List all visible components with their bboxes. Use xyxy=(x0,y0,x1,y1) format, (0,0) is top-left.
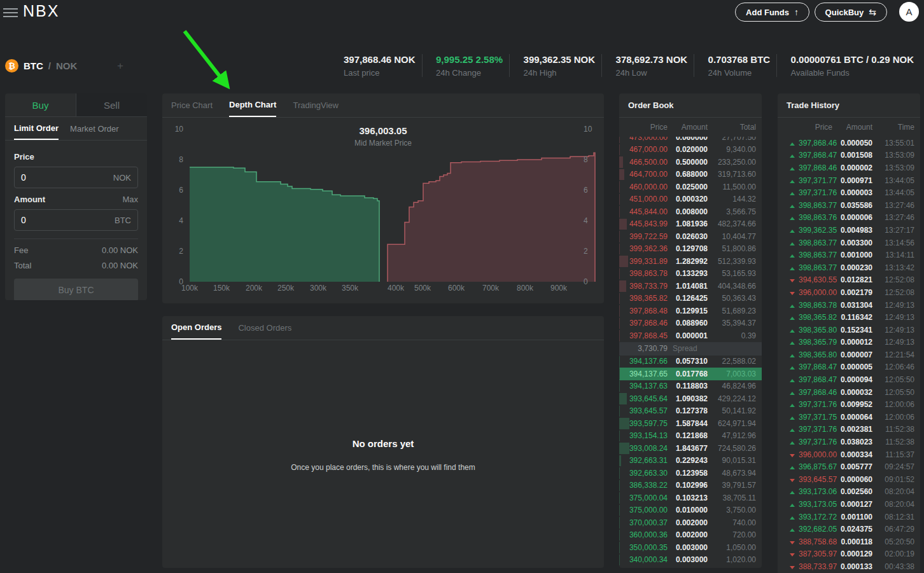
order-book-row[interactable]: 397,868.480.12991551,689.23 xyxy=(619,305,762,317)
depth-bar xyxy=(619,368,620,380)
book-total: 46,824.96 xyxy=(708,382,756,390)
price-input[interactable]: 0 NOK xyxy=(14,167,138,188)
order-book-row[interactable]: 398,863.780.13329353,165.93 xyxy=(619,268,762,280)
order-book-row[interactable]: 375,000.040.10321338,705.11 xyxy=(619,492,762,504)
order-book-row[interactable]: 370,000.370.002000740.00 xyxy=(619,516,762,529)
trade-up-icon xyxy=(782,500,799,509)
trade-up-icon xyxy=(782,375,799,384)
depth-bar xyxy=(619,231,620,242)
order-book-row[interactable]: 460,000.000.02500011,500.00 xyxy=(619,181,762,193)
order-book-row[interactable]: 393,645.641.090382429,224.12 xyxy=(619,392,762,405)
add-funds-button[interactable]: Add Funds ↑ xyxy=(735,3,809,22)
asks-area xyxy=(388,153,595,282)
trade-price: 399,362.35 xyxy=(799,226,832,235)
trade-price: 393,173.06 xyxy=(799,487,832,496)
price-unit: NOK xyxy=(113,173,131,183)
order-book-row[interactable]: 375,000.000.0100003,750.00 xyxy=(619,504,762,517)
y-axis-tick-left: 4 xyxy=(179,216,183,225)
trade-time: 13:13:42 xyxy=(872,263,914,272)
order-book-row[interactable]: 393,645.570.12737850,141.92 xyxy=(619,405,762,418)
order-book-row[interactable]: 466,500.000.500000233,250.00 xyxy=(619,156,762,169)
order-book-row[interactable]: 393,154.130.12186847,912.96 xyxy=(619,430,762,443)
trade-price: 397,868.46 xyxy=(799,139,832,148)
book-amount: 0.010000 xyxy=(668,506,708,514)
order-book-row[interactable]: 445,844.000.0080003,566.75 xyxy=(619,205,762,218)
trade-history-row: 397,868.460.00000213:53:09 xyxy=(778,162,920,174)
order-book-row[interactable]: 398,365.820.12642550,363.43 xyxy=(619,293,762,305)
trade-down-icon xyxy=(782,549,799,558)
order-book-row[interactable]: 398,733.791.014081404,348.66 xyxy=(619,280,762,293)
order-book-row[interactable]: 399,362.360.12970851,800.86 xyxy=(619,243,762,256)
order-book-row[interactable]: 451,000.000.000320144.32 xyxy=(619,193,762,206)
trade-history-row: 397,868.460.00003212:05:50 xyxy=(778,386,920,399)
stat-label: 24h Low xyxy=(616,68,688,78)
order-book-row[interactable]: 393,597.751.587844624,971.94 xyxy=(619,417,762,430)
order-book-row[interactable]: 399,722.590.02603010,404.77 xyxy=(619,230,762,243)
trade-up-icon xyxy=(782,413,799,422)
depth-bar xyxy=(619,137,620,143)
order-book-row[interactable]: 360,000.360.002000720.00 xyxy=(619,529,762,542)
order-book-row[interactable]: 397,868.450.0000010.39 xyxy=(619,329,762,342)
book-amount: 0.121868 xyxy=(668,431,708,440)
order-book-row[interactable]: 394,137.630.11880346,824.96 xyxy=(619,380,762,393)
trade-history-row: 398,863.770.03558613:27:46 xyxy=(778,199,920,212)
trade-up-icon xyxy=(782,400,799,409)
book-price: 386,338.22 xyxy=(624,481,668,490)
order-book-row[interactable]: 392,663.310.22924390,015.31 xyxy=(619,455,762,467)
trade-history-row: 397,371.760.00000313:44:05 xyxy=(778,186,920,199)
order-book-row[interactable]: 340,000.340.0030001,020.00 xyxy=(619,554,762,567)
order-book-row[interactable]: 350,000.350.0030001,050.00 xyxy=(619,541,762,554)
quickbuy-button[interactable]: QuickBuy ⇆ xyxy=(815,3,887,22)
plus-icon[interactable]: + xyxy=(117,60,123,72)
order-book-row[interactable]: 473,000.000.06000027,707.50 xyxy=(619,137,762,144)
book-price: 460,000.00 xyxy=(624,183,668,191)
chart-tabs: Price Chart Depth Chart TradingView xyxy=(162,93,604,118)
buy-btc-button[interactable]: Buy BTC xyxy=(14,279,138,300)
trade-panel: Buy Sell Limit Order Market Order Price … xyxy=(5,93,147,300)
order-book-row[interactable]: 394,137.660.05731022,588.02 xyxy=(619,356,762,368)
book-amount: 0.060000 xyxy=(668,137,708,142)
tab-price-chart[interactable]: Price Chart xyxy=(171,93,213,117)
stat-label: Available Funds xyxy=(791,68,914,78)
col-price: Price xyxy=(624,123,668,132)
trade-amount: 0.000129 xyxy=(832,549,872,558)
market-pair[interactable]: ₿ BTC / NOK xyxy=(5,57,77,74)
y-axis-tick-left: 8 xyxy=(179,155,183,164)
tab-market-order[interactable]: Market Order xyxy=(70,117,119,140)
tab-buy[interactable]: Buy xyxy=(5,93,76,116)
divider xyxy=(14,238,138,239)
hamburger-menu-icon[interactable] xyxy=(3,6,18,18)
amount-input[interactable]: 0 BTC xyxy=(14,209,138,231)
tab-tradingview[interactable]: TradingView xyxy=(293,93,339,117)
book-total: 51,689.23 xyxy=(708,307,756,315)
book-total: 53,165.93 xyxy=(708,269,756,278)
order-book-row[interactable]: 386,338.220.10299639,791.57 xyxy=(619,480,762,492)
order-book-row[interactable]: 392,663.300.12395848,673.94 xyxy=(619,467,762,480)
max-link[interactable]: Max xyxy=(122,195,138,204)
depth-bar xyxy=(619,505,620,516)
order-book-row[interactable]: 393,008.241.843677724,580.26 xyxy=(619,442,762,455)
x-axis-tick: 300k xyxy=(310,284,327,293)
tab-open-orders[interactable]: Open Orders xyxy=(171,316,221,340)
book-total: 48,673.94 xyxy=(708,469,756,478)
order-book-row[interactable]: 394,137.650.0177687,003.03 xyxy=(619,368,762,380)
order-book-row[interactable]: 399,331.891.282992512,339.93 xyxy=(619,255,762,268)
book-total: 51,800.86 xyxy=(708,244,756,253)
order-book-row[interactable]: 464,700.000.688000319,713.60 xyxy=(619,169,762,181)
tab-closed-orders[interactable]: Closed Orders xyxy=(238,316,291,340)
trade-up-icon xyxy=(782,238,799,247)
swap-arrows-icon: ⇆ xyxy=(869,7,876,17)
order-book-row[interactable]: 397,868.460.08896035,394.37 xyxy=(619,317,762,330)
tab-sell[interactable]: Sell xyxy=(76,93,147,116)
trade-price: 394,630.55 xyxy=(799,275,832,284)
tab-depth-chart[interactable]: Depth Chart xyxy=(229,93,276,117)
spread-row: 3,730.79Spread xyxy=(619,342,762,356)
order-book-row[interactable]: 467,000.000.0200009,340.00 xyxy=(619,144,762,156)
tab-limit-order[interactable]: Limit Order xyxy=(14,117,59,140)
book-price: 445,843.99 xyxy=(624,219,668,228)
order-book-row[interactable]: 445,843.991.081936482,374.66 xyxy=(619,218,762,231)
trade-amount: 0.000064 xyxy=(832,413,872,422)
book-amount: 1.090382 xyxy=(668,394,708,403)
order-book-panel: Order Book Price Amount Total 473,000.00… xyxy=(619,93,762,568)
avatar[interactable]: A xyxy=(899,2,919,22)
